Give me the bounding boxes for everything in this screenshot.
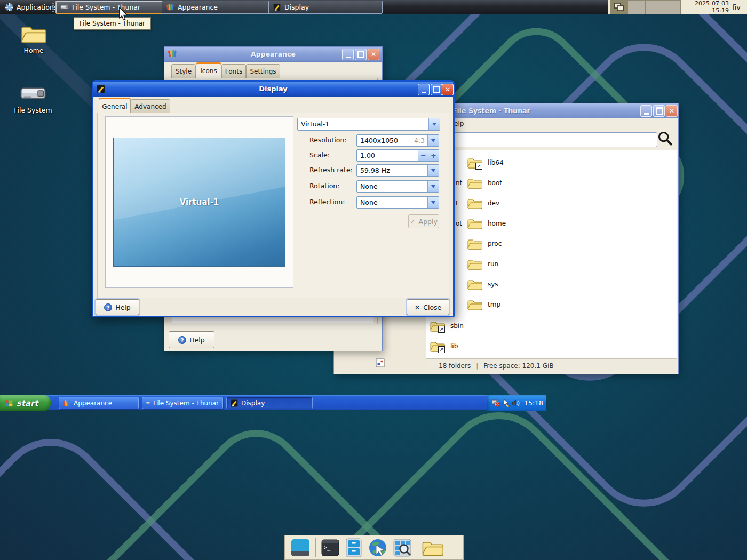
- maximize-button[interactable]: [355, 49, 367, 60]
- folder-item[interactable]: ↗ sbin: [430, 320, 464, 332]
- monitor-preview[interactable]: Virtual-1: [113, 138, 285, 267]
- status-folder-count: 18 folders: [439, 362, 471, 370]
- maximize-button[interactable]: [431, 84, 442, 95]
- app-finder-icon[interactable]: [393, 538, 412, 557]
- folder-label-fragment[interactable]: nt: [456, 177, 462, 189]
- desktop-icon-home[interactable]: Home: [10, 23, 58, 54]
- show-desktop-icon[interactable]: [290, 538, 311, 557]
- scale-spinner[interactable]: 1.00 − +: [356, 149, 439, 162]
- rotation-dropdown[interactable]: None: [356, 180, 439, 193]
- svg-text:>_: >_: [324, 545, 331, 551]
- chevron-down-icon[interactable]: [427, 197, 439, 208]
- mouse-cursor: [118, 7, 128, 21]
- resolution-dropdown[interactable]: 747x560 4:3: [356, 134, 439, 147]
- workspace-3[interactable]: [645, 0, 663, 14]
- workspace-4[interactable]: [663, 0, 681, 14]
- network-offline-icon[interactable]: [491, 398, 500, 407]
- search-icon[interactable]: [657, 131, 672, 146]
- pointer-tray-icon[interactable]: [502, 399, 510, 407]
- folder-label: sys: [488, 281, 498, 288]
- web-browser-icon[interactable]: [368, 538, 388, 558]
- scale-increase-button[interactable]: +: [428, 150, 439, 161]
- folder-item[interactable]: sys: [467, 278, 498, 290]
- panel-clock[interactable]: 2025-07-03 15:19: [682, 1, 729, 14]
- folder-item[interactable]: ↗ lib: [430, 340, 458, 352]
- thunar-icon-view[interactable]: nt t ot ↗ sbin ↗ lib ↗ lib64 boot dev ho…: [426, 150, 677, 358]
- clock-date: 2025-07-03: [682, 1, 729, 7]
- panel-task-appearance[interactable]: Appearance: [162, 1, 276, 14]
- workspace-2[interactable]: [627, 0, 646, 14]
- check-icon: ✓: [410, 218, 415, 226]
- device-dropdown[interactable]: Virtual-1: [297, 118, 440, 131]
- desktop-icon-file-system[interactable]: File System: [6, 84, 60, 114]
- taskbar-button-display[interactable]: Display: [226, 397, 313, 409]
- taskbar-button-thunar[interactable]: File System - Thunar: [142, 397, 223, 409]
- thunar-statusbar: 18 folders | Free space: 120.1 GiB: [426, 358, 677, 373]
- panel-username[interactable]: fiv: [730, 0, 741, 14]
- folder-label: lib64: [488, 159, 504, 166]
- applications-icon: [5, 3, 13, 11]
- help-button[interactable]: ? Help: [169, 331, 214, 348]
- folder-item[interactable]: boot: [467, 177, 502, 189]
- workspace-1[interactable]: [610, 0, 628, 14]
- folder-item[interactable]: run: [467, 258, 498, 270]
- windows-stack-icon: [613, 2, 625, 12]
- help-button[interactable]: ? Help: [96, 299, 139, 315]
- folder-icon[interactable]: [422, 539, 443, 556]
- appearance-titlebar[interactable]: Appearance ✕: [164, 47, 382, 62]
- minimize-button[interactable]: [418, 84, 430, 95]
- appearance-icon: [166, 4, 174, 11]
- panel-task-thunar[interactable]: File System - Thunar: [55, 1, 169, 14]
- maximize-button[interactable]: [653, 105, 665, 117]
- panel-grip-handle[interactable]: [52, 3, 54, 12]
- refresh-rate-label: Refresh rate:: [309, 164, 353, 175]
- folder-label-fragment[interactable]: ot: [456, 218, 462, 229]
- folder-icon: [467, 197, 482, 209]
- file-cabinet-icon[interactable]: [345, 538, 363, 557]
- status-free-space: Free space: 120.1 GiB: [483, 362, 553, 370]
- display-window: Display ✕ General Advanced Virtual-1 Vir…: [92, 80, 455, 317]
- tab-general[interactable]: General: [99, 98, 131, 114]
- start-button[interactable]: start: [0, 395, 51, 411]
- tab-fonts[interactable]: Fonts: [221, 64, 246, 78]
- dock-panel: >_: [284, 535, 464, 560]
- tray-clock[interactable]: 15:18: [524, 399, 543, 407]
- dialog-separator: [97, 297, 449, 297]
- folder-label: boot: [488, 179, 502, 187]
- tab-style[interactable]: Style: [171, 64, 196, 78]
- folder-item[interactable]: tmp: [467, 299, 500, 310]
- rotation-label: Rotation:: [309, 180, 340, 191]
- scale-decrease-button[interactable]: −: [418, 150, 428, 161]
- close-button[interactable]: ✕: [666, 105, 678, 117]
- panel-task-display[interactable]: Display: [268, 1, 383, 14]
- folder-item[interactable]: ↗ lib64: [467, 157, 504, 169]
- taskbar-button-appearance[interactable]: Appearance: [59, 397, 139, 409]
- display-titlebar[interactable]: Display ✕: [93, 82, 453, 97]
- apply-button[interactable]: ✓ Apply: [408, 214, 439, 228]
- minimize-button[interactable]: [640, 105, 652, 117]
- chevron-down-icon[interactable]: [427, 135, 439, 146]
- image-placeholder-icon: [376, 358, 385, 367]
- folder-item[interactable]: home: [467, 218, 506, 229]
- tab-icons[interactable]: Icons: [196, 62, 221, 78]
- tab-advanced[interactable]: Advanced: [131, 99, 170, 113]
- chevron-down-icon[interactable]: [427, 165, 439, 176]
- folder-label-fragment[interactable]: t: [456, 197, 458, 209]
- monitor-name: Virtual-1: [180, 197, 219, 207]
- close-button[interactable]: ✕ Close: [407, 299, 449, 315]
- chevron-down-icon[interactable]: [427, 181, 439, 192]
- close-button[interactable]: ✕: [368, 49, 379, 60]
- refresh-rate-dropdown[interactable]: 59.98 Hz: [356, 164, 439, 177]
- folder-item[interactable]: proc: [467, 238, 502, 250]
- close-button[interactable]: ✕: [442, 84, 454, 95]
- volume-icon[interactable]: [512, 399, 521, 407]
- reflection-dropdown[interactable]: None: [356, 196, 439, 209]
- minimize-button[interactable]: [342, 49, 354, 60]
- tab-settings[interactable]: Settings: [246, 64, 280, 78]
- symlink-emblem-icon: ↗: [438, 346, 445, 353]
- folder-item[interactable]: dev: [467, 197, 499, 209]
- folder-label: sbin: [450, 322, 464, 330]
- chevron-down-icon[interactable]: [428, 118, 440, 130]
- desktop-icon-label: Home: [10, 46, 58, 54]
- terminal-icon[interactable]: >_: [321, 539, 340, 557]
